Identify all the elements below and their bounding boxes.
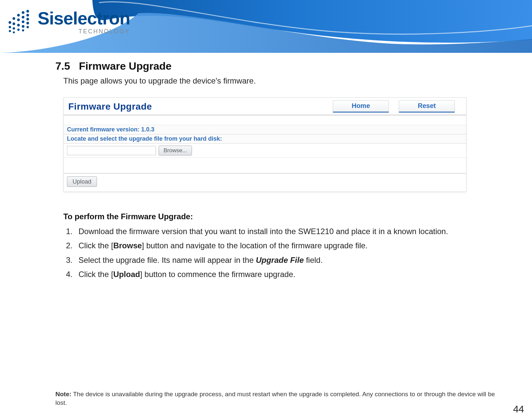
logo: Siselectron TECHNOLOGY ····· [7,9,130,40]
section-number: 7.5 [55,60,70,72]
svg-point-2 [26,14,29,17]
section-title: Firmware Upgrade [79,60,172,72]
svg-point-9 [26,22,29,24]
page-banner: Siselectron TECHNOLOGY ····· [0,0,532,53]
logo-dotgrid-icon [7,9,33,35]
panel-title: Firmware Upgrade [68,101,152,112]
svg-point-15 [9,26,11,28]
instruction-step-2-suffix: ] button and navigate to the location of… [142,241,367,250]
svg-point-13 [22,25,24,28]
instruction-step-2: Click the [Browse] button and navigate t… [77,239,471,252]
svg-point-16 [13,27,15,29]
home-button[interactable]: Home [333,100,389,113]
instructions-block: To perform the Firmware Upgrade: Downloa… [63,210,471,280]
logo-wordmark: Siselectron [38,9,130,27]
svg-point-14 [26,26,29,28]
instructions-heading: To perform the Firmware Upgrade: [63,210,471,223]
firmware-upgrade-panel: Firmware Upgrade Home Reset Current firm… [63,97,466,192]
svg-point-1 [22,11,24,14]
section-heading: 7.5 Firmware Upgrade [55,60,471,72]
current-firmware-version: Current firmware version: 1.0.3 [64,125,466,134]
svg-point-3 [17,14,20,17]
svg-point-12 [17,24,20,26]
svg-point-11 [13,22,15,25]
instruction-step-3-prefix: Select the upgrade file. Its name will a… [78,256,256,264]
svg-point-5 [26,18,29,20]
svg-point-19 [9,30,11,32]
svg-point-0 [26,10,29,13]
instruction-step-1-text: Download the firmware version that you w… [78,227,448,236]
instruction-step-3: Select the upgrade file. Its name will a… [77,254,471,266]
svg-point-20 [13,31,15,33]
panel-spacer [64,116,466,125]
svg-point-7 [17,18,20,21]
footnote-text: The device is unavailable during the upg… [55,391,495,406]
footnote: Note: The device is unavailable during t… [55,390,507,407]
section-intro: This page allows you to upgrade the devi… [63,76,471,86]
svg-point-6 [13,17,15,20]
svg-point-18 [22,29,24,31]
footnote-label: Note: [55,391,72,398]
svg-point-17 [17,29,20,31]
page-number: 44 [513,403,524,415]
locate-file-label: Locate and select the upgrade file from … [64,134,466,144]
svg-point-8 [22,20,24,23]
browse-button[interactable]: Browse... [159,146,192,156]
instruction-step-4: Click the [Upload] button to commence th… [77,268,471,280]
instruction-step-3-bold: Upgrade File [256,256,304,264]
instruction-step-4-bold: Upload [113,270,140,279]
svg-point-10 [9,21,11,24]
instruction-step-4-prefix: Click the [ [78,270,113,279]
upload-button[interactable]: Upload [67,176,97,187]
instruction-step-2-bold: Browse [113,241,142,250]
reset-button[interactable]: Reset [399,100,455,113]
panel-gap [64,158,466,174]
logo-tagline: ····· [38,35,130,40]
instruction-step-4-suffix: ] button to commence the firmware upgrad… [140,270,296,279]
logo-subline: TECHNOLOGY [38,28,130,34]
upgrade-file-field[interactable] [67,146,156,155]
svg-point-4 [22,16,24,18]
instruction-step-2-prefix: Click the [ [78,241,113,250]
instruction-step-3-suffix: field. [304,256,323,264]
instruction-step-1: Download the firmware version that you w… [77,225,471,237]
